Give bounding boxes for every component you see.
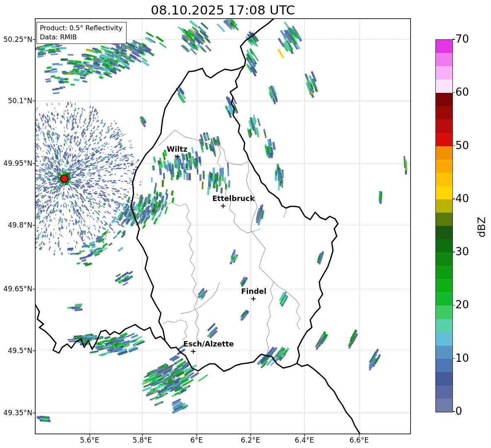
colorbar-tickmark-50 (452, 145, 455, 146)
figure-title: 08.10.2025 17:08 UTC (35, 2, 411, 17)
colorbar-band-32.5dbz (436, 225, 452, 239)
colorbar-band-15dbz (436, 319, 452, 332)
city-label-wiltz: Wiltz (167, 145, 187, 153)
radar-app: { "title": "08.10.2025 17:08 UTC", "info… (0, 0, 491, 448)
lon-tick-label-5: 6.6°E (350, 436, 369, 444)
colorbar-tickmark-70 (452, 39, 455, 40)
colorbar-tick-0: 0 (455, 405, 462, 417)
colorbar-band-37.5dbz (436, 199, 452, 213)
colorbar-band-22.5dbz (436, 279, 452, 293)
colorbar-band-60dbz (436, 80, 452, 93)
colorbar-tick-40: 40 (455, 192, 469, 205)
colorbar-tickmark-60 (452, 92, 455, 93)
colorbar-unit-label: dBZ (476, 217, 488, 237)
colorbar-band-50dbz (436, 133, 452, 146)
colorbar-band-40dbz (436, 186, 452, 199)
colorbar-tick-60: 60 (455, 86, 469, 99)
colorbar-band-42.5dbz (436, 172, 452, 186)
lat-tick-label-2: 49.95°N (0, 159, 32, 167)
colorbar-tickmark-20 (452, 305, 455, 306)
lat-tick-label-4: 49.65°N (0, 285, 32, 293)
colorbar-tick-10: 10 (455, 352, 469, 364)
lat-tick-label-3: 49.8°N (0, 221, 32, 229)
product-info-line1: Product: 0.5° Reflectivity (40, 24, 122, 33)
colorbar-band-45dbz (436, 159, 452, 173)
lon-tick-label-3: 6.2°E (241, 436, 260, 444)
colorbar-band-5dbz (436, 372, 452, 385)
colorbar-band-25dbz (436, 266, 452, 279)
colorbar-band-2.5dbz (436, 385, 452, 399)
city-label-esch-alzette: Esch/Alzette (183, 340, 234, 348)
colorbar-band-7.5dbz (436, 358, 452, 372)
lon-tick-label-4: 6.4°E (295, 436, 314, 444)
product-info-box: Product: 0.5° Reflectivity Data: RMIB (36, 22, 126, 44)
colorbar-band-30dbz (436, 239, 452, 253)
city-label-findel: Findel (241, 287, 267, 295)
colorbar-band-17.5dbz (436, 305, 452, 319)
colorbar-tickmark-30 (452, 252, 455, 252)
colorbar-band-10dbz (436, 345, 452, 359)
colorbar-band-35dbz (436, 212, 452, 226)
lon-tick-label-0: 5.6°E (80, 436, 99, 444)
lat-tick-label-6: 49.35°N (0, 409, 32, 417)
colorbar-tick-50: 50 (455, 139, 469, 152)
lat-tick-label-5: 49.5°N (0, 346, 32, 355)
colorbar-band-20dbz (436, 292, 452, 306)
colorbar-band-67.5dbz (436, 39, 452, 53)
colorbar-tickmark-10 (452, 358, 455, 359)
colorbar-tickmark-0 (452, 411, 455, 412)
lat-tick-label-0: 50.25°N (0, 35, 32, 44)
reflectivity-colorbar (435, 39, 453, 412)
colorbar-band-65dbz (436, 53, 452, 67)
colorbar-tick-70: 70 (455, 33, 469, 45)
colorbar-band-0dbz (436, 398, 452, 412)
colorbar-tickmark-40 (452, 199, 455, 199)
colorbar-band-62.5dbz (436, 66, 452, 80)
colorbar-band-52.5dbz (436, 119, 452, 133)
colorbar-band-57.5dbz (436, 93, 452, 107)
colorbar-tick-20: 20 (455, 299, 469, 311)
colorbar-band-27.5dbz (436, 252, 452, 266)
colorbar-tick-30: 30 (455, 246, 469, 258)
lon-tick-label-1: 5.8°E (133, 436, 152, 444)
colorbar-band-47.5dbz (436, 146, 452, 160)
lat-tick-label-1: 50.1°N (0, 97, 32, 105)
city-label-ettelbruck: Ettelbruck (212, 194, 255, 203)
colorbar-band-55dbz (436, 106, 452, 120)
radar-map-canvas (0, 0, 491, 448)
product-info-line2: Data: RMIB (40, 33, 122, 42)
colorbar-band-12.5dbz (436, 332, 452, 346)
lon-tick-label-2: 6°E (190, 436, 203, 444)
